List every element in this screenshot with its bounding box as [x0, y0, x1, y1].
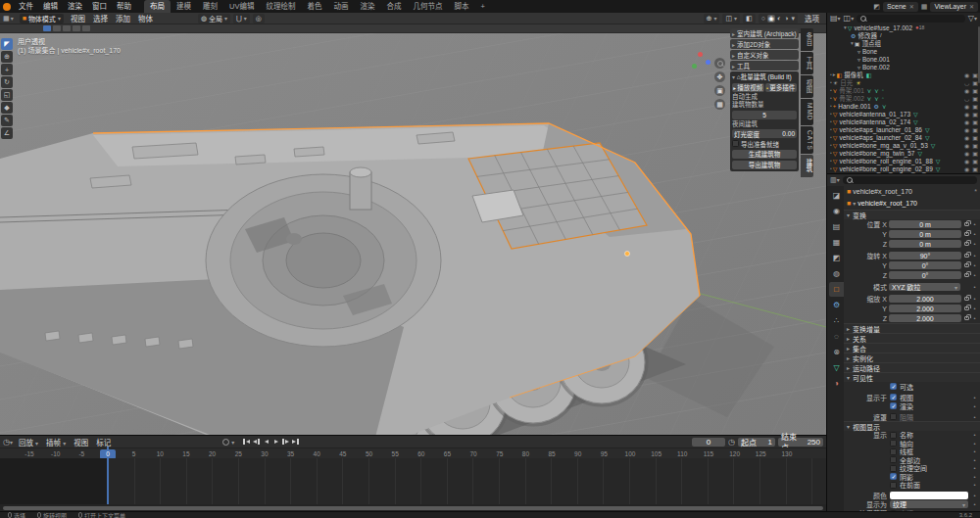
menu-help[interactable]: 帮助 — [112, 0, 136, 13]
rotate-tool[interactable]: ↻ — [1, 76, 13, 88]
animate-dot-icon[interactable]: • — [971, 493, 978, 498]
lock-icon[interactable] — [964, 232, 969, 236]
animate-dot-icon[interactable]: • — [971, 448, 978, 454]
axis-z-dot[interactable] — [706, 60, 710, 65]
hide-in-viewport-toggle[interactable]: ◉ — [964, 126, 969, 133]
checkbox-label[interactable]: 在前面 — [900, 480, 920, 490]
filter-icon[interactable]: ▽▾ — [968, 14, 977, 23]
outliner-row[interactable]: •▽vehicle#bone_mg_twin_57▽◉▣ — [827, 149, 980, 157]
checkbox-label[interactable]: 可选 — [900, 382, 913, 392]
animate-dot-icon[interactable]: • — [971, 403, 978, 409]
transform-value-field[interactable]: 0° — [889, 261, 961, 269]
zoom-icon[interactable] — [714, 58, 725, 69]
measure-tool[interactable]: ∠ — [1, 127, 13, 139]
workspace-tab-texture-paint[interactable]: 纹理绘制 — [260, 0, 301, 13]
select-mode-new-icon[interactable] — [43, 25, 51, 31]
checkbox[interactable] — [890, 482, 897, 489]
object-color-swatch[interactable] — [890, 492, 968, 499]
select-mode-extend-icon[interactable] — [53, 25, 61, 31]
jump-to-end-button[interactable] — [291, 438, 300, 447]
animate-dot-icon[interactable]: • — [971, 262, 978, 268]
caret-right-icon[interactable]: ▸ — [833, 71, 836, 77]
lock-icon[interactable] — [964, 306, 969, 310]
disable-in-render-toggle[interactable]: ▣ — [972, 142, 978, 149]
transform-orientation-selector[interactable]: ◍全局▾ — [198, 14, 230, 24]
overlays-toggle[interactable]: ◫▾ — [722, 14, 740, 24]
lock-icon[interactable] — [964, 297, 969, 301]
tab-modifiers-properties[interactable]: ⚙ — [829, 298, 844, 312]
animate-dot-icon[interactable]: • — [971, 441, 978, 447]
checkbox-label[interactable]: 阻隔 — [900, 412, 913, 422]
scene-selector[interactable]: Scene✕ — [883, 2, 918, 12]
shading-rendered-icon[interactable]: ◑ — [783, 15, 789, 22]
workspace-tab-uv-editing[interactable]: UV编辑 — [223, 0, 260, 13]
outliner-row[interactable]: ▾▣顶点组 — [827, 39, 980, 47]
npanel-tab-2[interactable]: 视图 — [801, 75, 813, 98]
3d-viewport[interactable]: 用户透视 (1) 场景集合 | vehicle#x_root_170 ◤ ⊕ +… — [0, 24, 826, 435]
animate-dot-icon[interactable]: • — [971, 474, 978, 480]
outliner-row[interactable]: •▽vehicle#aps_launcher_02_84▽◉▣ — [827, 133, 980, 141]
scale-tool[interactable]: ◱ — [1, 89, 13, 101]
animate-dot-icon[interactable]: • — [971, 221, 978, 227]
timeline-ruler[interactable]: 0 -15-10-5510152025303540455055606570758… — [0, 447, 826, 458]
animate-dot-icon[interactable]: • — [971, 253, 978, 259]
outliner-editor-icon[interactable]: ▤▾ — [830, 14, 841, 23]
close-icon[interactable]: ✕ — [969, 3, 974, 10]
disable-in-render-toggle[interactable]: ▣ — [972, 111, 978, 118]
workspace-tab-scripting[interactable]: 脚本 — [448, 0, 474, 13]
outliner-row[interactable]: •▽vehicle#bone_roll_engine_01_88▽◉▣ — [827, 157, 980, 165]
shading-wireframe-icon[interactable]: ○ — [760, 15, 766, 22]
disable-in-render-toggle[interactable]: ▣ — [972, 95, 978, 102]
axis-y-dot[interactable] — [692, 64, 697, 69]
tab-world-properties[interactable]: ◍ — [829, 266, 844, 281]
checkbox[interactable] — [890, 432, 897, 439]
properties-search-input[interactable] — [843, 176, 977, 184]
lock-icon[interactable] — [964, 273, 969, 277]
hide-in-viewport-toggle[interactable]: ◉ — [964, 134, 969, 141]
tab-object-properties[interactable]: □ — [829, 282, 844, 297]
npanel-section-0[interactable]: ▸室内建筑 (Archipack) — [730, 28, 799, 38]
workspace-tab-add-workspace[interactable]: + — [474, 0, 490, 13]
npanel-section-1[interactable]: ▸添加2D对象 — [730, 39, 799, 49]
section-collections[interactable]: ▸集合 — [844, 343, 980, 353]
section-relations[interactable]: ▸关系 — [844, 333, 980, 343]
camera-view-icon[interactable]: ▣ — [714, 85, 725, 96]
hide-in-viewport-toggle[interactable]: ◉ — [964, 158, 969, 165]
export-ready-checkbox[interactable] — [732, 140, 739, 147]
checkbox[interactable] — [890, 465, 897, 472]
ortho-toggle-icon[interactable]: ▦ — [714, 99, 725, 110]
caret-down-icon[interactable]: ▾ — [844, 24, 847, 30]
options-button[interactable]: 选项 — [801, 13, 823, 24]
gizmo-toggle[interactable]: ⊕▾ — [704, 14, 720, 24]
animate-dot-icon[interactable]: • — [971, 296, 978, 302]
npanel-tab-1[interactable]: 工具 — [801, 52, 813, 74]
npanel-tab-0[interactable]: 条目 — [801, 28, 813, 51]
checkbox[interactable] — [890, 456, 897, 463]
disable-in-render-toggle[interactable]: ▣ — [972, 150, 978, 157]
blender-logo-icon[interactable] — [0, 2, 14, 12]
hide-in-viewport-toggle[interactable]: ◉ — [964, 103, 969, 110]
lock-icon[interactable] — [964, 263, 969, 267]
menu-render[interactable]: 渲染 — [63, 0, 87, 13]
hide-in-viewport-toggle[interactable]: ◉ — [964, 150, 969, 157]
current-frame-badge[interactable]: 0 — [100, 449, 116, 459]
workspace-tab-geometry-nodes[interactable]: 几何节点 — [407, 0, 448, 13]
close-icon[interactable]: ✕ — [909, 3, 914, 10]
properties-editor-icon[interactable]: ▥▾ — [830, 176, 840, 184]
workspace-tab-shading[interactable]: 着色 — [301, 0, 327, 13]
animate-dot-icon[interactable]: • — [971, 414, 978, 420]
lock-icon[interactable] — [964, 222, 969, 226]
tank-model[interactable] — [0, 123, 700, 435]
checkbox[interactable] — [890, 473, 897, 480]
next-keyframe-button[interactable] — [281, 438, 290, 447]
hide-in-viewport-toggle[interactable]: ◉ — [964, 142, 969, 149]
hide-in-viewport-toggle[interactable]: ◉ — [964, 165, 969, 172]
tab-view-layer-properties[interactable]: ▦ — [829, 235, 844, 250]
animate-dot-icon[interactable]: • — [971, 482, 978, 488]
building-count-field[interactable]: 5 — [732, 111, 797, 119]
tab-material-properties[interactable]: ◑ — [829, 376, 844, 391]
animate-dot-icon[interactable]: • — [971, 272, 978, 278]
outliner-row[interactable]: •⋎骨架.002⋎⋎◦◡▣ — [827, 94, 980, 102]
object-name-field[interactable]: vehicle#x_root_170 — [858, 200, 917, 207]
outliner-row[interactable]: ▿Bone.001 — [827, 55, 980, 63]
